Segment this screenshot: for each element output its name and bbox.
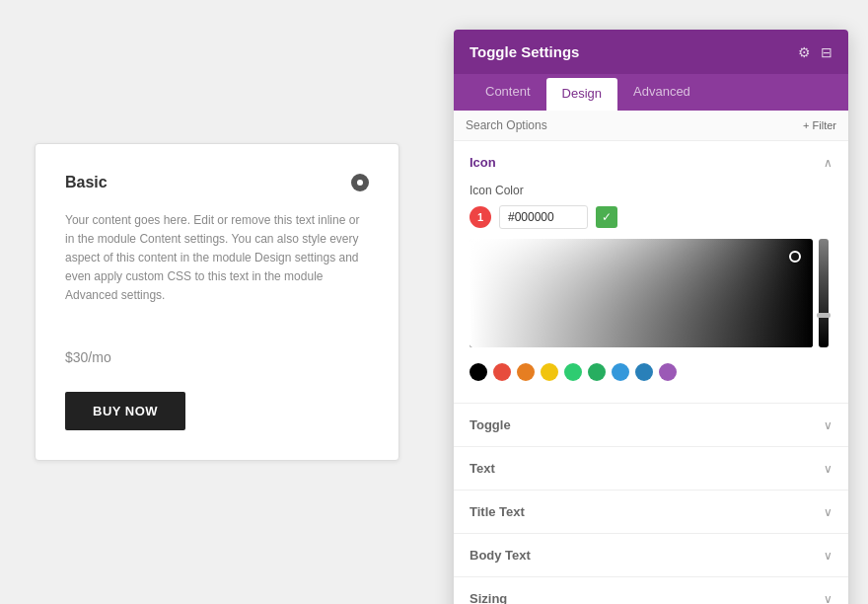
- color-picker-area: [470, 239, 832, 353]
- tab-advanced[interactable]: Advanced: [617, 74, 706, 111]
- text-section-title: Text: [470, 461, 495, 476]
- hue-bar[interactable]: [819, 239, 829, 347]
- tab-content[interactable]: Content: [470, 74, 546, 111]
- text-section: Text ∨: [454, 447, 848, 491]
- header-icons: ⚙ ⊟: [798, 44, 832, 60]
- swatch-yellow[interactable]: [541, 363, 558, 381]
- hue-handle[interactable]: [817, 313, 831, 318]
- swatch-dark-blue[interactable]: [635, 363, 653, 381]
- sizing-section: Sizing ∨: [454, 577, 848, 604]
- icon-chevron-icon: ∧: [824, 156, 832, 170]
- buy-button[interactable]: Buy now: [65, 392, 185, 430]
- gradient-handle[interactable]: [789, 251, 801, 263]
- card-menu-button[interactable]: [351, 174, 369, 191]
- settings-tabs: Content Design Advanced: [454, 74, 848, 111]
- color-number-badge: 1: [470, 206, 491, 228]
- icon-color-label: Icon Color: [470, 184, 832, 197]
- icon-section-title: Icon: [470, 155, 496, 170]
- settings-panel: Toggle Settings ⚙ ⊟ Content Design Advan…: [454, 30, 848, 604]
- sizing-chevron-icon: ∨: [824, 592, 832, 605]
- card-description: Your content goes here. Edit or remove t…: [65, 211, 369, 306]
- search-input[interactable]: [466, 118, 803, 132]
- swatch-green[interactable]: [564, 363, 582, 381]
- toggle-chevron-icon: ∨: [824, 418, 832, 432]
- gradient-overlay: [470, 239, 813, 347]
- toggle-section: Toggle ∨: [454, 404, 848, 447]
- color-swatches: [470, 357, 832, 387]
- toggle-section-title: Toggle: [470, 417, 511, 432]
- text-chevron-icon: ∨: [824, 462, 832, 476]
- settings-icon[interactable]: ⚙: [798, 44, 811, 60]
- title-text-chevron-icon: ∨: [824, 505, 832, 519]
- settings-title: Toggle Settings: [470, 43, 579, 60]
- body-text-section: Body Text ∨: [454, 534, 848, 577]
- toggle-section-header[interactable]: Toggle ∨: [454, 404, 848, 446]
- settings-header: Toggle Settings ⚙ ⊟: [454, 30, 848, 74]
- left-area: Basic Your content goes here. Edit or re…: [0, 0, 434, 604]
- swatch-dark-green[interactable]: [588, 363, 606, 381]
- icon-section-body: Icon Color 1 ✓: [454, 184, 848, 403]
- hue-bar-container: [819, 239, 832, 347]
- pricing-card: Basic Your content goes here. Edit or re…: [35, 143, 399, 462]
- sizing-section-header[interactable]: Sizing ∨: [454, 577, 848, 604]
- sizing-section-title: Sizing: [470, 591, 507, 604]
- swatch-orange[interactable]: [517, 363, 535, 381]
- body-text-section-title: Body Text: [470, 548, 531, 563]
- filter-button[interactable]: + Filter: [803, 119, 836, 131]
- icon-section: Icon ∧ Icon Color 1 ✓: [454, 141, 848, 404]
- body-text-chevron-icon: ∨: [824, 549, 832, 563]
- columns-icon[interactable]: ⊟: [821, 44, 832, 60]
- color-confirm-button[interactable]: ✓: [596, 206, 617, 228]
- title-text-section-title: Title Text: [470, 504, 525, 519]
- swatch-blue[interactable]: [612, 363, 629, 381]
- settings-content: Icon ∧ Icon Color 1 ✓: [454, 141, 848, 604]
- card-price: $30/mo: [65, 325, 369, 372]
- swatch-purple[interactable]: [659, 363, 677, 381]
- swatch-red[interactable]: [493, 363, 511, 381]
- card-header: Basic: [65, 174, 369, 191]
- hex-color-input[interactable]: [499, 205, 588, 229]
- body-text-section-header[interactable]: Body Text ∨: [454, 534, 848, 576]
- swatch-black[interactable]: [470, 363, 487, 381]
- color-gradient-picker[interactable]: [470, 239, 813, 347]
- title-text-section-header[interactable]: Title Text ∨: [454, 491, 848, 533]
- search-bar: + Filter: [454, 111, 848, 141]
- tab-design[interactable]: Design: [546, 78, 617, 111]
- card-title: Basic: [65, 174, 108, 191]
- icon-section-header[interactable]: Icon ∧: [454, 141, 848, 184]
- color-picker-row: 1 ✓: [470, 205, 832, 229]
- title-text-section: Title Text ∨: [454, 491, 848, 534]
- text-section-header[interactable]: Text ∨: [454, 447, 848, 490]
